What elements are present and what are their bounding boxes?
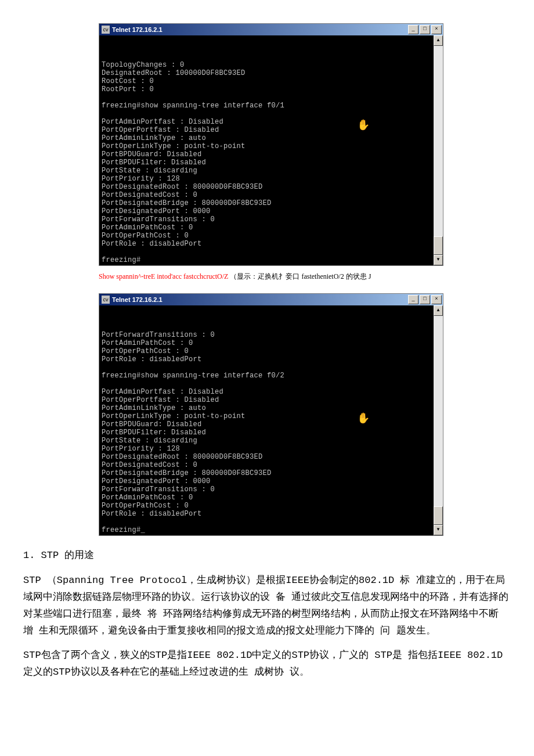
scrollbar[interactable]: ▲ ▼	[434, 305, 443, 535]
window-title: Telnet 172.16.2.1	[112, 26, 163, 33]
terminal-line: PortDesignatedBridge : 800000D0F8BC93ED	[102, 469, 431, 477]
caption-black-text: （显示：疋换机扌妾口 fastethenietO/2 的状患 J	[230, 272, 371, 280]
terminal-line: PortOperPathCost : 0	[102, 347, 431, 355]
window-controls: _ □ ×	[408, 25, 442, 34]
titlebar-left: cv Telnet 172.16.2.1	[100, 296, 163, 304]
terminal-line: PortBPDUGuard: Disabled	[102, 150, 431, 159]
terminal-line: freezing#	[102, 526, 431, 534]
hand-cursor-icon: ✋	[357, 415, 370, 423]
terminal-line: PortDesignatedCost : 0	[102, 191, 431, 199]
terminal-line: PortOperLinkType : point-to-point	[102, 412, 431, 420]
titlebar-left: cv Telnet 172.16.2.1	[100, 26, 163, 34]
terminal-line: PortOperPathCost : 0	[102, 232, 431, 240]
terminal-line: PortOperLinkType : point-to-point	[102, 142, 431, 150]
terminal-output[interactable]: PortForwardTransitions : 0PortAdminPathC…	[99, 305, 434, 535]
paragraph-1: STP （Spanning Tree Protocol，生成树协议）是根据IEE…	[23, 573, 511, 640]
terminal-line: PortRole : disabledPort	[102, 240, 431, 248]
terminal-line: PortAdminLinkType : auto	[102, 134, 431, 142]
document-body: 1. STP 的用途 STP （Spanning Tree Protocol，生…	[23, 548, 511, 681]
terminal-line: PortForwardTransitions : 0	[102, 331, 431, 339]
terminal-line: PortDesignatedRoot : 800000D0F8BC93ED	[102, 183, 431, 191]
window-title: Telnet 172.16.2.1	[112, 296, 163, 303]
paragraph-2: STP包含了两个含义，狭义的STP是指IEEE 802.1D中定义的STP协议，…	[23, 647, 511, 681]
terminal-line: PortState : discarding	[102, 437, 431, 445]
terminal-line: PortAdminPathCost : 0	[102, 494, 431, 502]
terminal-line: PortDesignatedRoot : 800000D0F8BC93ED	[102, 453, 431, 461]
terminal-line: DesignatedRoot : 100000D0F8BC93ED	[102, 69, 431, 77]
terminal-line: RootCost : 0	[102, 77, 431, 85]
terminal-line: PortDesignatedBridge : 800000D0F8BC93ED	[102, 199, 431, 207]
titlebar[interactable]: cv Telnet 172.16.2.1 _ □ ×	[99, 24, 443, 35]
terminal-line: PortAdminLinkType : auto	[102, 404, 431, 412]
terminal-line: PortDesignatedCost : 0	[102, 461, 431, 469]
terminal-line	[102, 380, 431, 388]
close-button[interactable]: ×	[431, 295, 442, 304]
cmd-icon: cv	[102, 26, 110, 34]
scroll-thumb[interactable]	[434, 236, 443, 255]
minimize-button[interactable]: _	[408, 295, 418, 304]
terminal-line	[102, 93, 431, 102]
terminal-line: PortState : discarding	[102, 167, 431, 175]
scroll-track[interactable]	[434, 316, 443, 525]
cmd-icon: cv	[102, 296, 110, 304]
terminal-line	[102, 363, 431, 372]
titlebar[interactable]: cv Telnet 172.16.2.1 _ □ ×	[99, 294, 443, 305]
hand-cursor-icon: ✋	[357, 121, 370, 129]
terminal-line	[102, 518, 431, 526]
terminal-line	[102, 110, 431, 118]
terminal-line: PortRole : disabledPort	[102, 510, 431, 518]
terminal-line: freezing#	[102, 256, 431, 264]
terminal-line: PortOperPortfast : Disabled	[102, 126, 431, 134]
terminal-line: PortOperPortfast : Disabled	[102, 396, 431, 404]
section-heading: 1. STP 的用途	[23, 548, 511, 564]
terminal-line: PortAdminPortfast : Disabled	[102, 118, 431, 126]
terminal-line: PortAdminPathCost : 0	[102, 224, 431, 232]
terminal-line: PortDesignatedPort : 0000	[102, 207, 431, 215]
terminal-line: PortBPDUFilter: Disabled	[102, 429, 431, 437]
terminal-line: PortAdminPortfast : Disabled	[102, 388, 431, 396]
terminal-line: TopologyChanges : 0	[102, 61, 431, 69]
terminal-line: PortOperPathCost : 0	[102, 502, 431, 510]
scroll-up-arrow-icon[interactable]: ▲	[434, 305, 443, 316]
terminal-line: PortForwardTransitions : 0	[102, 215, 431, 224]
scrollbar[interactable]: ▲ ▼	[434, 35, 443, 265]
window-controls: _ □ ×	[408, 295, 442, 304]
terminal-line: freezing#show spanning-tree interface f0…	[102, 372, 431, 380]
terminal-line: PortPriority : 128	[102, 175, 431, 183]
terminal-line: PortRole : disabledPort	[102, 355, 431, 363]
terminal-line: PortPriority : 128	[102, 445, 431, 453]
scroll-thumb[interactable]	[434, 506, 443, 525]
close-button[interactable]: ×	[431, 25, 442, 34]
terminal-line: PortForwardTransitions : 0	[102, 485, 431, 494]
maximize-button[interactable]: □	[420, 25, 430, 34]
terminal-line: PortDesignatedPort : 0000	[102, 477, 431, 485]
scroll-track[interactable]	[434, 46, 443, 255]
maximize-button[interactable]: □	[420, 295, 430, 304]
terminal-line: PortBPDUFilter: Disabled	[102, 159, 431, 167]
minimize-button[interactable]: _	[408, 25, 418, 34]
telnet-window-1: cv Telnet 172.16.2.1 _ □ × TopologyChang…	[99, 23, 443, 266]
scroll-down-arrow-icon[interactable]: ▼	[434, 525, 443, 535]
caption-red-text: Show spannin^-treE intod'acc fastcchcruc…	[99, 272, 230, 280]
terminal-line: PortBPDUGuard: Disabled	[102, 420, 431, 429]
terminal-line: PortAdminPathCost : 0	[102, 339, 431, 347]
terminal-output[interactable]: TopologyChanges : 0DesignatedRoot : 1000…	[99, 35, 434, 265]
terminal-line: freezing#show spanning-tree interface f0…	[102, 102, 431, 110]
telnet-window-2: cv Telnet 172.16.2.1 _ □ × PortForwardTr…	[99, 293, 443, 536]
scroll-up-arrow-icon[interactable]: ▲	[434, 35, 443, 46]
scroll-down-arrow-icon[interactable]: ▼	[434, 255, 443, 265]
terminal-line: RootPort : 0	[102, 85, 431, 93]
caption-1: Show spannin^-treE intod'acc fastcchcruc…	[99, 272, 511, 282]
terminal-line	[102, 248, 431, 256]
